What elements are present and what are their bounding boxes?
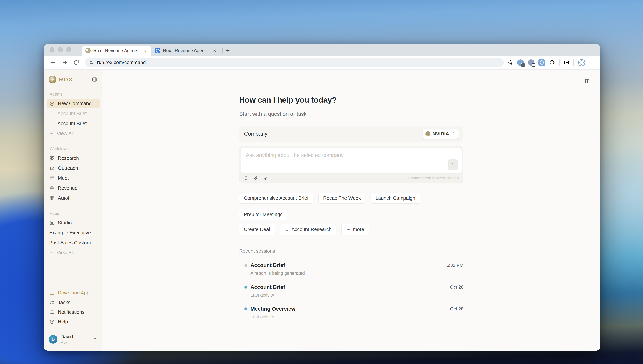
chip-account-research[interactable]: Account Research — [280, 224, 336, 235]
brand-name: ROX — [59, 76, 73, 83]
sidebar-item-outreach[interactable]: Outreach — [46, 164, 100, 173]
ellipsis-icon — [49, 250, 54, 255]
tab-rox-active[interactable]: Rox | Revenue Agents × — [82, 46, 151, 56]
apps-section-label: Apps — [44, 211, 102, 216]
extension-icon-2[interactable] — [538, 59, 545, 66]
sidebar-item-help[interactable]: Help — [46, 317, 100, 326]
address-bar[interactable]: run.rox.com/command — [85, 58, 504, 67]
browser-window: Rox | Revenue Agents × Rox | Revenue Age… — [44, 44, 600, 350]
sidebar-item-post-sales[interactable]: Post Sales Customer ... — [46, 238, 100, 248]
bookmark-star-icon[interactable] — [508, 60, 513, 66]
send-button[interactable] — [448, 160, 458, 170]
sidebar-item-label: Tasks — [58, 300, 70, 306]
sidebar-item-meet[interactable]: Meet — [46, 174, 100, 183]
sidebar-item-autofill[interactable]: Autofill — [46, 194, 100, 203]
close-tab-icon[interactable]: × — [212, 48, 217, 54]
site-settings-icon[interactable] — [90, 60, 94, 65]
tab-title: Rox | Revenue Agents - 27 O — [163, 48, 209, 53]
reload-button[interactable] — [72, 58, 81, 68]
chip-more[interactable]: more — [342, 224, 369, 235]
session-status-dot — [244, 264, 248, 267]
sidebar-item-research[interactable]: Research — [46, 154, 100, 163]
user-org: Rox — [60, 340, 73, 344]
right-panel-toggle-button[interactable] — [584, 78, 590, 84]
calendar-icon — [49, 176, 55, 181]
reload-icon — [74, 60, 79, 66]
sidebar-item-new-command[interactable]: New Command — [46, 99, 100, 108]
sidebar-item-tasks[interactable]: Tasks — [46, 298, 100, 307]
chip-recap-the-week[interactable]: Recap The Week — [318, 192, 366, 204]
session-row[interactable]: Account Brief 6:32 PM A report is being … — [239, 262, 464, 276]
bookmark-icon[interactable] — [244, 176, 248, 180]
command-content: How can I help you today? Start with a q… — [239, 70, 464, 320]
close-tab-icon[interactable]: × — [142, 48, 148, 54]
command-input[interactable] — [246, 152, 425, 169]
chip-launch-campaign[interactable]: Launch Campaign — [371, 192, 420, 204]
window-controls — [50, 47, 71, 52]
sidebar-collapse-button[interactable] — [92, 77, 97, 82]
extension-icon-1[interactable] — [517, 59, 524, 66]
sidebar-item-label: Download App — [58, 290, 90, 296]
app-sidebar: ROX Agents New Command Account Brief Acc… — [44, 70, 102, 350]
tab-title: Rox | Revenue Agents — [93, 48, 140, 53]
sidebar-item-example-executive[interactable]: Example Executive D... — [46, 228, 100, 238]
sidebar-item-studio[interactable]: Studio — [46, 218, 100, 228]
sidebar-item-label: Meet — [58, 175, 69, 181]
sidebar-item-notifications[interactable]: Notifications — [46, 308, 100, 317]
chip-prep-for-meetings[interactable]: Prep for Meetings — [239, 209, 287, 220]
sidebar-item-label: New Command — [58, 100, 92, 106]
company-card: Company NVIDIA — [239, 126, 464, 142]
download-icon — [49, 290, 55, 296]
session-time: Oct 28 — [450, 284, 464, 290]
view-all-label: View All — [57, 130, 74, 136]
attachment-icon[interactable] — [254, 176, 258, 180]
lightning-icon[interactable] — [264, 176, 268, 180]
sidebar-view-all-agents[interactable]: View All — [46, 129, 100, 138]
app-main: How can I help you today? Start with a q… — [102, 70, 600, 350]
suggestion-chips-row1: Comprehensive Account Brief Recap The We… — [239, 192, 464, 220]
back-arrow-icon — [50, 60, 56, 66]
sidebar-item-label: Studio — [58, 220, 72, 226]
browser-profile-avatar[interactable] — [578, 59, 585, 66]
back-button[interactable] — [48, 58, 58, 68]
sidebar-item-label: Post Sales Customer ... — [49, 240, 97, 246]
session-title: Account Brief — [250, 284, 285, 290]
menu-dots-icon[interactable] — [589, 60, 595, 66]
company-selector[interactable]: NVIDIA — [423, 129, 458, 139]
session-row[interactable]: Meeting Overview Oct 28 Last activity — [239, 306, 464, 320]
chevron-up-down-icon — [93, 337, 97, 342]
minimize-window-button[interactable] — [58, 47, 63, 52]
side-panel-search-icon[interactable] — [564, 60, 569, 66]
tab-rox-second[interactable]: Rox | Revenue Agents - 27 O × — [151, 46, 221, 56]
chip-create-deal[interactable]: Create Deal — [239, 224, 275, 235]
session-subtitle: Last activity — [250, 314, 464, 320]
ellipsis-icon — [346, 227, 351, 232]
session-status-dot — [244, 286, 248, 289]
close-window-button[interactable] — [50, 47, 54, 52]
sidebar-item-account-brief-pending[interactable]: Account Brief — [46, 109, 100, 118]
user-profile[interactable]: D David Rox — [44, 332, 102, 346]
sidebar-item-account-brief[interactable]: Account Brief — [46, 119, 100, 128]
chip-label: Launch Campaign — [376, 195, 415, 201]
zoom-window-button[interactable] — [66, 47, 71, 52]
extensions-puzzle-icon[interactable] — [549, 60, 555, 66]
session-subtitle: A report is being generated — [250, 270, 464, 276]
composer-input-area — [241, 148, 462, 174]
chip-comprehensive-account-brief[interactable]: Comprehensive Account Brief — [239, 192, 313, 204]
grid-icon — [49, 156, 55, 161]
forward-button[interactable] — [60, 58, 70, 68]
sidebar-item-download-app[interactable]: Download App — [46, 288, 100, 298]
session-status-dot — [244, 308, 248, 310]
user-menu-chevrons[interactable] — [93, 337, 97, 342]
table-icon — [49, 196, 55, 201]
sidebar-item-revenue[interactable]: Revenue — [46, 184, 100, 193]
sidebar-view-all-apps[interactable]: View All — [46, 248, 100, 257]
help-icon — [49, 319, 55, 324]
rox-app: ROX Agents New Command Account Brief Acc… — [44, 70, 600, 350]
new-tab-button[interactable]: + — [224, 46, 232, 54]
company-selected-value: NVIDIA — [432, 131, 449, 137]
session-row[interactable]: Account Brief Oct 28 Last activity — [239, 284, 464, 298]
tab-strip: Rox | Revenue Agents × Rox | Revenue Age… — [44, 44, 600, 56]
extension-lock-icon[interactable] — [528, 59, 534, 66]
view-all-label: View All — [57, 250, 74, 256]
